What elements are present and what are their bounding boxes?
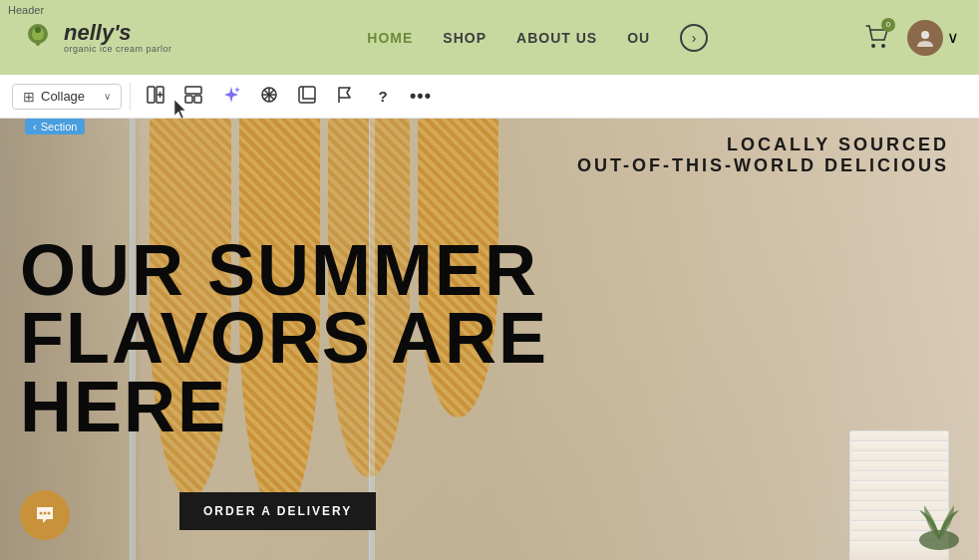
ai-button[interactable] xyxy=(214,80,248,114)
user-dropdown-icon: ∨ xyxy=(947,28,959,47)
help-button[interactable]: ? xyxy=(366,80,400,114)
main-nav: HOME SHOP ABOUT US OU › xyxy=(212,24,863,52)
help-icon: ? xyxy=(378,88,387,105)
nav-item-shop[interactable]: SHOP xyxy=(443,30,487,46)
layout-button[interactable] xyxy=(176,80,210,114)
layout-icon xyxy=(183,85,203,109)
crop-button[interactable] xyxy=(290,80,324,114)
crop-icon xyxy=(297,85,317,109)
hero-heading: OUR SUMMER FLAVORS ARE HERE xyxy=(20,236,548,440)
plant-decoration xyxy=(909,480,969,560)
add-column-button[interactable] xyxy=(139,80,172,114)
user-menu[interactable]: ∨ xyxy=(907,20,959,56)
user-avatar xyxy=(907,20,943,56)
chat-button[interactable] xyxy=(20,490,70,540)
collage-icon: ⊞ xyxy=(23,89,35,105)
logo-text: nelly's xyxy=(64,22,172,44)
logo-icon xyxy=(20,20,56,56)
svg-point-3 xyxy=(871,44,875,48)
svg-point-4 xyxy=(881,44,885,48)
chevron-down-icon: ∨ xyxy=(104,91,111,102)
order-delivery-button[interactable]: ORDER A DELIVERY xyxy=(179,492,376,530)
hero-line1: LOCALLY SOURCED xyxy=(577,135,949,155)
svg-rect-10 xyxy=(185,87,201,94)
hero-section: LOCALLY SOURCED OUT-OF-THIS-WORLD DELICI… xyxy=(0,75,979,560)
nav-item-home[interactable]: HOME xyxy=(367,30,413,46)
svg-point-21 xyxy=(44,512,47,515)
collage-label: Collage xyxy=(41,89,85,104)
svg-rect-18 xyxy=(299,87,315,103)
nav-item-ou[interactable]: OU xyxy=(627,30,650,46)
section-badge[interactable]: ‹ Section xyxy=(25,119,85,135)
logo[interactable]: nelly's organic ice cream parlor xyxy=(20,20,172,56)
chat-icon xyxy=(33,503,57,527)
cart-badge: 0 xyxy=(881,18,895,32)
svg-point-5 xyxy=(921,31,929,39)
collage-dropdown[interactable]: ⊞ Collage ∨ xyxy=(12,84,122,110)
svg-rect-6 xyxy=(148,87,155,103)
cart-button[interactable]: 0 xyxy=(863,22,891,54)
svg-point-2 xyxy=(35,27,41,33)
hero-top-right-text: LOCALLY SOURCED OUT-OF-THIS-WORLD DELICI… xyxy=(577,135,949,176)
section-badge-arrow: ‹ xyxy=(33,121,37,133)
more-options-button[interactable]: ••• xyxy=(404,80,438,114)
toolbar: ⊞ Collage ∨ xyxy=(0,75,979,119)
more-options-icon: ••• xyxy=(410,86,432,107)
svg-rect-11 xyxy=(185,96,192,103)
header: Header nelly's organic ice cream parlor … xyxy=(0,0,979,75)
flag-icon xyxy=(335,85,355,109)
nav-more-button[interactable]: › xyxy=(680,24,708,52)
hero-main-heading: OUR SUMMER FLAVORS ARE HERE xyxy=(20,236,548,440)
nav-item-about[interactable]: ABOUT US xyxy=(516,30,597,46)
header-label: Header xyxy=(8,4,44,16)
add-column-icon xyxy=(146,85,165,109)
logo-subtext: organic ice cream parlor xyxy=(64,44,172,54)
svg-point-22 xyxy=(48,512,51,515)
section-badge-label: Section xyxy=(41,121,78,133)
toolbar-separator xyxy=(130,83,131,111)
arrange-icon xyxy=(259,85,279,109)
arrange-button[interactable] xyxy=(252,80,286,114)
flag-button[interactable] xyxy=(328,80,362,114)
svg-rect-12 xyxy=(194,96,201,103)
hero-line2: OUT-OF-THIS-WORLD DELICIOUS xyxy=(577,155,949,176)
header-actions: 0 ∨ xyxy=(863,20,959,56)
ai-icon xyxy=(221,85,241,109)
svg-point-20 xyxy=(40,512,43,515)
